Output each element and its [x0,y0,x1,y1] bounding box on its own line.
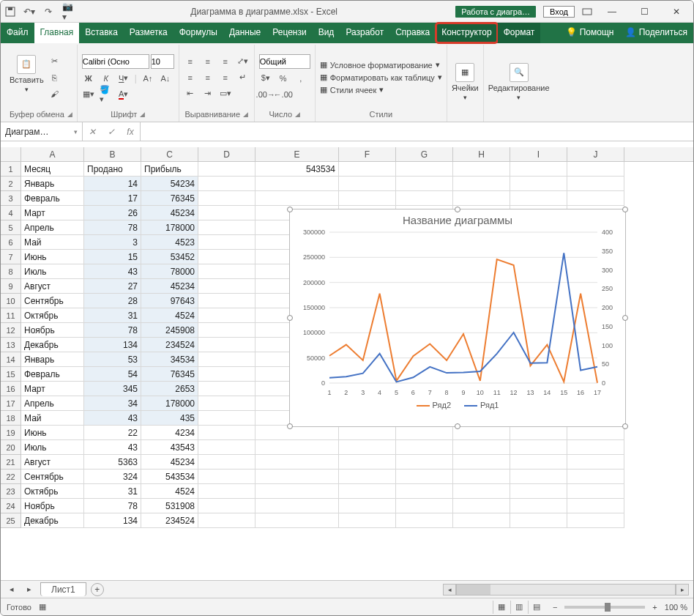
maximize-button[interactable]: ☐ [632,3,657,21]
zoom-slider[interactable] [564,606,645,609]
tab-design[interactable]: Конструктор [436,23,497,43]
zoom-in-button[interactable]: + [652,603,657,612]
tab-insert[interactable]: Вставка [79,23,124,43]
colhdr-A[interactable]: A [21,147,84,161]
align-center-icon[interactable]: ≡ [201,71,214,84]
editing-button[interactable]: 🔍 Редактирование ▾ [488,63,550,101]
zoom-out-button[interactable]: − [553,603,557,612]
format-painter-icon[interactable]: 🖌 [48,87,61,100]
cut-icon[interactable]: ✂ [48,55,61,68]
resize-handle[interactable] [287,315,293,321]
align-bottom-icon[interactable]: ≡ [219,55,232,68]
increase-font-icon[interactable]: A↑ [141,72,154,85]
paste-button[interactable]: 📋 Вставить ▾ [10,55,44,93]
add-sheet-button[interactable]: + [91,583,104,596]
worksheet-grid[interactable]: A B C D E F G H I J 1МесяцПроданоПрибыль… [1,147,693,580]
view-normal-icon[interactable]: ▦ [493,601,510,614]
tab-view[interactable]: Вид [313,23,340,43]
name-box[interactable]: Диаграм…▾ [1,122,83,141]
decrease-decimal-icon[interactable]: ←.00 [277,88,290,101]
copy-icon[interactable]: ⎘ [48,71,61,84]
save-icon[interactable] [5,7,15,17]
orientation-icon[interactable]: ⤢▾ [236,55,250,68]
redo-icon[interactable]: ↷ [43,7,53,17]
tab-layout[interactable]: Разметка [124,23,174,43]
chart-plot-area[interactable]: 0500001000001500002000002500003000000501… [290,228,627,399]
colhdr-B[interactable]: B [84,147,141,161]
resize-handle[interactable] [622,315,628,321]
ribbon-display-icon[interactable] [582,7,592,17]
zoom-level[interactable]: 100 % [665,603,687,612]
tab-format[interactable]: Формат [498,23,541,43]
currency-icon[interactable]: $▾ [259,72,272,85]
fx-icon[interactable]: fx [121,122,140,141]
percent-icon[interactable]: % [277,72,290,85]
cells-button[interactable]: ▦ Ячейки ▾ [452,63,479,101]
fx-enter-icon[interactable]: ✓ [102,122,121,141]
formula-input[interactable] [141,122,693,141]
colhdr-J[interactable]: J [567,147,624,161]
font-name-select[interactable] [82,54,149,69]
italic-button[interactable]: К [100,72,113,85]
colhdr-C[interactable]: C [141,147,198,161]
minimize-button[interactable]: — [600,3,624,21]
close-button[interactable]: ✕ [664,3,689,21]
font-size-select[interactable] [151,54,174,69]
colhdr-I[interactable]: I [510,147,567,161]
comma-icon[interactable]: , [294,72,307,85]
camera-icon[interactable]: 📷▾ [62,7,72,17]
chart-legend[interactable]: Ряд2 Ряд1 [290,399,625,409]
alignment-launcher-icon[interactable]: ◢ [243,111,248,118]
font-launcher-icon[interactable]: ◢ [140,111,145,118]
login-button[interactable]: Вход [543,6,575,18]
resize-handle[interactable] [455,423,460,429]
decrease-indent-icon[interactable]: ⇤ [184,87,197,100]
resize-handle[interactable] [622,207,628,212]
tab-developer[interactable]: Разработ [340,23,389,43]
tab-review[interactable]: Рецензи [266,23,312,43]
undo-icon[interactable]: ↶▾ [24,7,34,17]
tab-help[interactable]: Справка [389,23,436,43]
fill-color-icon[interactable]: 🪣▾ [100,88,113,101]
resize-handle[interactable] [287,423,293,429]
number-launcher-icon[interactable]: ◢ [295,111,300,118]
conditional-formatting-button[interactable]: ▦Условное форматирование▾ [320,60,442,70]
resize-handle[interactable] [622,423,628,429]
resize-handle[interactable] [455,207,460,212]
colhdr-H[interactable]: H [453,147,510,161]
borders-icon[interactable]: ▦▾ [82,88,95,101]
sheet-nav-next-icon[interactable]: ▸ [23,583,36,596]
view-page-break-icon[interactable]: ▤ [528,601,545,614]
tab-file[interactable]: Файл [1,23,34,43]
chart-object[interactable]: Название диаграммы 050000100000150000200… [289,209,626,427]
align-top-icon[interactable]: ≡ [184,55,197,68]
tab-search[interactable]: 💡 Помощн [560,23,619,43]
align-left-icon[interactable]: ≡ [184,71,197,84]
tab-share[interactable]: 👤 Поделиться [619,23,693,43]
resize-handle[interactable] [287,207,293,212]
align-middle-icon[interactable]: ≡ [201,55,214,68]
wrap-text-icon[interactable]: ↵ [236,71,250,84]
font-color-icon[interactable]: A▾ [117,88,130,101]
colhdr-G[interactable]: G [396,147,453,161]
number-format-select[interactable] [259,54,310,69]
tab-home[interactable]: Главная [34,23,80,43]
increase-decimal-icon[interactable]: .00→ [259,88,272,101]
macro-record-icon[interactable]: ▦ [39,602,46,612]
underline-button[interactable]: Ч▾ [117,72,130,85]
tab-formulas[interactable]: Формулы [174,23,223,43]
align-right-icon[interactable]: ≡ [219,71,232,84]
tab-data[interactable]: Данные [223,23,266,43]
horizontal-scrollbar[interactable]: ◂▸ [443,584,689,595]
cell-styles-button[interactable]: ▦Стили ячеек▾ [320,85,442,94]
colhdr-E[interactable]: E [255,147,339,161]
sheet-tab[interactable]: Лист1 [40,582,86,596]
merge-icon[interactable]: ▭▾ [219,87,232,100]
format-as-table-button[interactable]: ▦Форматировать как таблицу▾ [320,73,442,82]
fx-cancel-icon[interactable]: ✕ [83,122,102,141]
colhdr-D[interactable]: D [198,147,255,161]
decrease-font-icon[interactable]: A↓ [159,72,172,85]
select-all-corner[interactable] [1,147,21,161]
view-page-layout-icon[interactable]: ▥ [510,601,528,614]
clipboard-launcher-icon[interactable]: ◢ [67,111,72,118]
